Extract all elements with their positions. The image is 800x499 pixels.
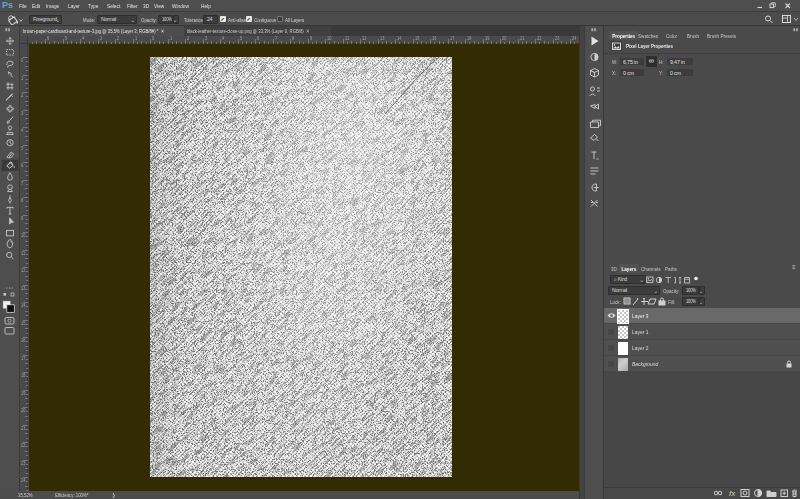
svg-text:fx: fx <box>729 489 736 498</box>
